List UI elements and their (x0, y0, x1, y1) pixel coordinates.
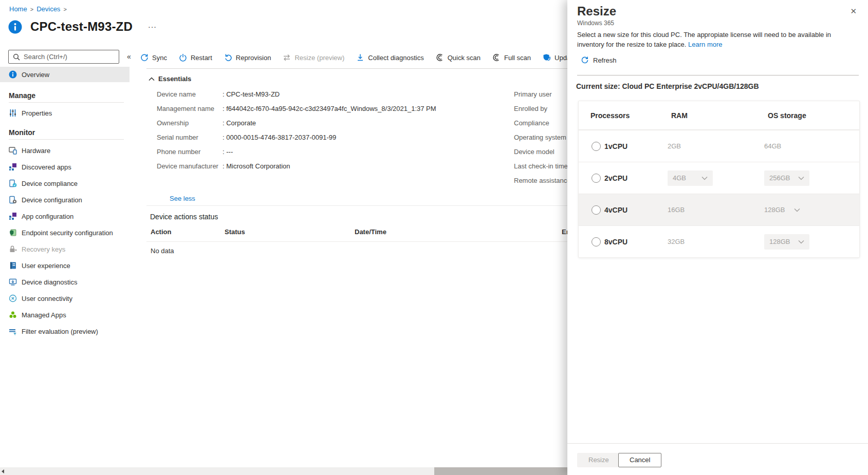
breadcrumb-home-link[interactable]: Home (9, 5, 27, 13)
action-toolbar: Sync Restart Reprovision Resize (preview… (140, 50, 593, 65)
scrollbar-left-arrow-icon[interactable] (2, 469, 4, 473)
toolbar-label: Quick scan (448, 54, 481, 62)
divider (577, 75, 859, 75)
sidebar-item-hardware[interactable]: Hardware (0, 142, 130, 159)
sidebar-item-filter-evaluation[interactable]: Filter evaluation (preview) (0, 323, 130, 339)
sliders-icon (9, 109, 17, 117)
size-row-2vcpu[interactable]: 2vCPU 4GB 256GB (579, 162, 859, 194)
sidebar-item-label: Discovered apps (22, 163, 71, 171)
device-check-icon (9, 179, 17, 187)
chevron-up-icon (149, 77, 155, 81)
refresh-button[interactable]: Refresh (581, 56, 617, 64)
sidebar-item-label: Filter evaluation (preview) (22, 328, 98, 335)
chevron-down-icon (701, 176, 708, 180)
horizontal-scrollbar[interactable] (0, 467, 570, 475)
field-value: f644042c-f670-4a95-942c-c3d23497a4fc_Win… (223, 105, 436, 112)
storage-dropdown[interactable]: 128GB (764, 202, 800, 218)
sidebar-item-user-connectivity[interactable]: User connectivity (0, 290, 130, 307)
panel-footer: Resize Cancel (567, 443, 868, 475)
apps-grid-icon (9, 212, 17, 220)
security-doc-icon (9, 229, 17, 237)
toolbar-label: Resize (preview) (294, 54, 344, 62)
collect-diagnostics-button[interactable]: Collect diagnostics (356, 53, 423, 62)
panel-description: Select a new size for this cloud PC. The… (577, 30, 857, 50)
size-row-8vcpu[interactable]: 8vCPU 32GB 128GB (579, 225, 859, 257)
swap-arrows-icon (283, 53, 291, 62)
see-less-link[interactable]: See less (170, 195, 195, 202)
sync-button[interactable]: Sync (140, 53, 167, 62)
essentials-title: Essentials (158, 75, 191, 83)
sidebar-item-app-configuration[interactable]: App configuration (0, 208, 130, 224)
sidebar-item-device-compliance[interactable]: Device compliance (0, 175, 130, 192)
storage-dropdown[interactable]: 256GB (764, 170, 809, 186)
sidebar-item-device-configuration[interactable]: Device configuration (0, 192, 130, 208)
search-input[interactable] (20, 53, 119, 61)
sidebar-item-recovery-keys: Recovery keys (0, 241, 130, 257)
essentials-left-column: Device nameCPC-test-M93-ZD Management na… (157, 90, 436, 177)
field-value: Microsoft Corporation (223, 162, 290, 170)
panel-title: Resize (577, 4, 616, 18)
scan-icon (436, 53, 444, 62)
quick-scan-button[interactable]: Quick scan (436, 53, 481, 62)
app-window: Home > Devices > CPC-test-M93-ZD ··· « O… (0, 0, 868, 475)
toolbar-label: Sync (152, 54, 167, 62)
storage-dropdown[interactable]: 128GB (764, 234, 809, 250)
shield-sync-icon (543, 53, 551, 62)
page-title-row: CPC-test-M93-ZD ··· (8, 20, 157, 34)
divider (146, 241, 573, 242)
refresh-label: Refresh (593, 56, 617, 64)
restart-button[interactable]: Restart (179, 53, 212, 62)
sidebar-item-label: User connectivity (22, 295, 72, 302)
chevron-down-icon (798, 240, 804, 244)
radio-button[interactable] (592, 142, 601, 151)
column-header: Processors (590, 111, 671, 120)
radio-button[interactable] (592, 237, 601, 246)
sidebar-item-user-experience[interactable]: User experience (0, 257, 130, 274)
sidebar-item-overview[interactable]: Overview (0, 67, 130, 82)
resize-panel: ✕ Resize Windows 365 Select a new size f… (567, 0, 868, 475)
sidebar-item-label: User experience (22, 262, 70, 270)
ram-dropdown[interactable]: 4GB (668, 170, 713, 186)
cancel-button[interactable]: Cancel (618, 453, 661, 467)
download-icon (356, 53, 364, 62)
size-table-header: Processors RAM OS storage (579, 101, 859, 130)
filter-icon (9, 327, 17, 335)
column-header: Date/Time (355, 228, 562, 236)
redo-arrow-icon (224, 53, 232, 62)
breadcrumb-devices-link[interactable]: Devices (36, 5, 60, 13)
essentials-toggle[interactable]: Essentials (149, 75, 191, 83)
sidebar-item-endpoint-security-configuration[interactable]: Endpoint security configuration (0, 224, 130, 241)
scrollbar-thumb[interactable] (434, 467, 570, 475)
radio-button[interactable] (592, 174, 601, 183)
toolbar-label: Restart (191, 54, 212, 62)
close-icon[interactable]: ✕ (850, 7, 857, 16)
sidebar-item-label: Managed Apps (22, 311, 66, 319)
sidebar-item-discovered-apps[interactable]: Discovered apps (0, 159, 130, 175)
radio-button[interactable] (592, 205, 601, 215)
notebook-icon (9, 261, 17, 270)
sidebar-item-device-diagnostics[interactable]: Device diagnostics (0, 274, 130, 290)
size-row-1vcpu[interactable]: 1vCPU 2GB 64GB (579, 130, 859, 162)
power-icon (179, 53, 187, 62)
reprovision-button[interactable]: Reprovision (224, 53, 271, 62)
sidebar-item-properties[interactable]: Properties (0, 105, 130, 121)
scan-icon (492, 53, 501, 62)
column-header: Status (225, 228, 355, 236)
resize-preview-button: Resize (preview) (283, 53, 344, 62)
sidebar-collapse-button[interactable]: « (123, 50, 135, 64)
sidebar-item-label: App configuration (22, 213, 73, 220)
more-actions-button[interactable]: ··· (148, 23, 157, 31)
dropdown-value: 128GB (764, 206, 785, 214)
apps-grid-icon (9, 163, 17, 171)
field-label: Management name (157, 105, 223, 112)
device-actions-status-title: Device actions status (150, 213, 218, 221)
field-label: Serial number (157, 134, 223, 141)
learn-more-link[interactable]: Learn more (688, 41, 722, 48)
size-row-4vcpu[interactable]: 4vCPU 16GB 128GB (579, 194, 859, 225)
sidebar-search (8, 50, 119, 64)
sidebar-item-managed-apps[interactable]: Managed Apps (0, 307, 130, 323)
full-scan-button[interactable]: Full scan (492, 53, 531, 62)
chevron-down-icon (798, 176, 804, 180)
cpu-label: 8vCPU (604, 238, 668, 246)
toolbar-label: Collect diagnostics (368, 54, 423, 62)
